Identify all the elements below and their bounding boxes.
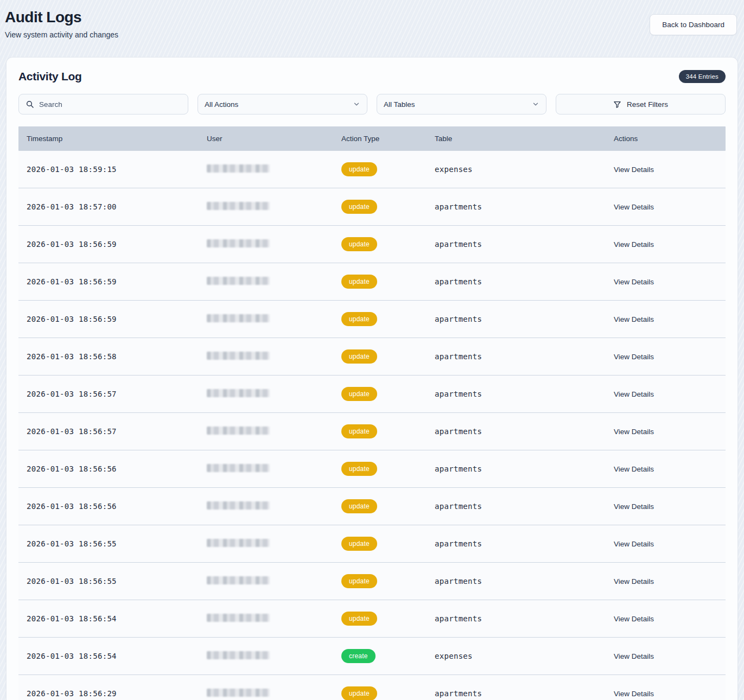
table-row: 2026-01-03 18:56:59 update apartments Vi… [18,263,726,301]
action-type-badge: update [341,200,377,214]
view-details-link[interactable]: View Details [614,465,654,473]
table-row: 2026-01-03 18:57:00 update apartments Vi… [18,188,726,226]
entries-count-badge: 344 Entries [679,70,726,83]
table-header-row: Timestamp User Action Type Table Actions [18,126,726,151]
timestamp-cell: 2026-01-03 18:56:58 [27,352,117,361]
column-header-actions: Actions [606,135,726,143]
table-row: 2026-01-03 18:56:56 update apartments Vi… [18,450,726,488]
view-details-link[interactable]: View Details [614,652,654,660]
timestamp-cell: 2026-01-03 18:56:54 [27,614,117,623]
table-name-cell: expenses [435,652,473,660]
search-icon [26,100,34,109]
action-type-badge: update [341,162,377,176]
table-row: 2026-01-03 18:56:59 update apartments Vi… [18,226,726,263]
table-name-cell: apartments [435,614,482,623]
view-details-link[interactable]: View Details [614,428,654,436]
action-type-badge: update [341,686,377,700]
table-row: 2026-01-03 18:56:59 update apartments Vi… [18,301,726,338]
table-name-cell: apartments [435,539,482,548]
table-name-cell: apartments [435,315,482,323]
view-details-link[interactable]: View Details [614,540,654,548]
view-details-link[interactable]: View Details [614,315,654,323]
timestamp-cell: 2026-01-03 18:56:55 [27,539,117,548]
user-email-redacted [207,576,270,584]
user-email-redacted [207,239,270,247]
action-type-badge: update [341,574,377,588]
user-email-redacted [207,651,270,659]
view-details-link[interactable]: View Details [614,690,654,698]
table-row: 2026-01-03 18:56:54 create expenses View… [18,638,726,675]
table-name-cell: apartments [435,427,482,436]
page-subtitle: View system activity and changes [5,30,118,39]
timestamp-cell: 2026-01-03 18:56:57 [27,390,117,398]
view-details-link[interactable]: View Details [614,615,654,623]
user-email-redacted [207,689,270,697]
audit-log-table: Timestamp User Action Type Table Actions… [18,126,726,700]
search-input[interactable] [39,100,181,109]
user-email-redacted [207,314,270,322]
user-email-redacted [207,427,270,435]
table-row: 2026-01-03 18:56:58 update apartments Vi… [18,338,726,376]
filters-bar: All Actions All Tables Reset Filters [18,94,726,114]
view-details-link[interactable]: View Details [614,166,654,174]
user-email-redacted [207,614,270,622]
table-name-cell: apartments [435,390,482,398]
action-type-badge: update [341,387,377,401]
view-details-link[interactable]: View Details [614,353,654,361]
view-details-link[interactable]: View Details [614,240,654,249]
funnel-icon [613,100,621,109]
table-row: 2026-01-03 18:56:54 update apartments Vi… [18,600,726,638]
action-type-badge: update [341,275,377,289]
view-details-link[interactable]: View Details [614,502,654,511]
timestamp-cell: 2026-01-03 18:59:15 [27,165,117,174]
actions-filter-select[interactable]: All Actions [198,94,367,114]
action-type-badge: update [341,237,377,251]
column-header-user: User [199,135,333,143]
user-email-redacted [207,464,270,472]
view-details-link[interactable]: View Details [614,278,654,286]
reset-filters-button[interactable]: Reset Filters [556,94,726,114]
activity-log-card: Activity Log 344 Entries All Actions All… [6,57,738,700]
user-email-redacted [207,501,270,510]
table-row: 2026-01-03 18:56:55 update apartments Vi… [18,563,726,600]
table-name-cell: apartments [435,277,482,286]
view-details-link[interactable]: View Details [614,390,654,398]
action-type-badge: update [341,424,377,438]
table-name-cell: apartments [435,577,482,586]
chevron-down-icon [353,100,360,108]
column-header-timestamp: Timestamp [18,135,199,143]
user-email-redacted [207,352,270,360]
table-row: 2026-01-03 18:56:57 update apartments Vi… [18,376,726,413]
back-to-dashboard-button[interactable]: Back to Dashboard [650,14,737,35]
user-email-redacted [207,277,270,285]
tables-filter-select[interactable]: All Tables [377,94,546,114]
page-header: Audit Logs View system activity and chan… [0,0,744,57]
table-row: 2026-01-03 18:56:55 update apartments Vi… [18,525,726,563]
timestamp-cell: 2026-01-03 18:56:59 [27,277,117,286]
timestamp-cell: 2026-01-03 18:57:00 [27,202,117,211]
view-details-link[interactable]: View Details [614,577,654,586]
table-name-cell: apartments [435,464,482,473]
action-type-badge: update [341,462,377,476]
table-name-cell: apartments [435,202,482,211]
table-name-cell: apartments [435,240,482,249]
timestamp-cell: 2026-01-03 18:56:29 [27,689,117,698]
timestamp-cell: 2026-01-03 18:56:59 [27,240,117,249]
timestamp-cell: 2026-01-03 18:56:57 [27,427,117,436]
action-type-badge: create [341,649,376,663]
table-name-cell: expenses [435,165,473,174]
column-header-table: Table [427,135,606,143]
user-email-redacted [207,164,270,173]
user-email-redacted [207,202,270,210]
table-row: 2026-01-03 18:56:29 update apartments Vi… [18,675,726,700]
action-type-badge: update [341,499,377,513]
table-name-cell: apartments [435,689,482,698]
table-name-cell: apartments [435,352,482,361]
action-type-badge: update [341,537,377,551]
table-row: 2026-01-03 18:56:56 update apartments Vi… [18,488,726,525]
table-name-cell: apartments [435,502,482,511]
search-field[interactable] [18,94,188,114]
timestamp-cell: 2026-01-03 18:56:56 [27,464,117,473]
timestamp-cell: 2026-01-03 18:56:55 [27,577,117,586]
view-details-link[interactable]: View Details [614,203,654,211]
